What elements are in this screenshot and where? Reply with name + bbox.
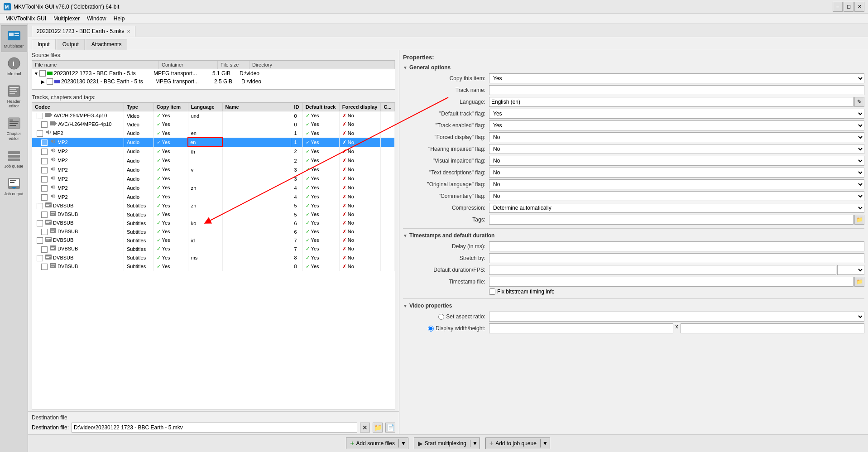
prop-value-visual: NoYes xyxy=(489,156,864,166)
start-mux-left[interactable]: ▶ Start multiplexing xyxy=(414,440,470,447)
original-language-select[interactable]: NoYes xyxy=(489,179,864,189)
track-row[interactable]: MP2 Audio ✓ Yes en 1 ✓ Yes ✗ No xyxy=(32,129,395,138)
track-row[interactable]: DVBSUB Subtitles ✓ Yes ms 8 ✓ Yes ✗ No xyxy=(32,254,395,262)
language-input[interactable] xyxy=(489,97,854,107)
col-directory: Directory xyxy=(249,61,395,69)
menu-help[interactable]: Help xyxy=(110,14,129,23)
prop-commentary: "Commentary" flag: NoYes xyxy=(403,191,864,201)
duration-input[interactable] xyxy=(489,265,836,275)
track-type: Audio xyxy=(124,156,153,165)
tags-input[interactable] xyxy=(489,215,854,225)
default-track-select[interactable]: YesNo xyxy=(489,109,864,119)
track-row[interactable]: MP2 Audio ✓ Yes en 1 ✓ Yes ✗ No xyxy=(32,138,395,147)
delay-input[interactable] xyxy=(489,241,864,251)
dest-clear-button[interactable]: ✕ xyxy=(360,423,370,433)
tags-browse-button[interactable]: 📁 xyxy=(854,215,864,225)
main-tab[interactable]: 20230122 1723 - BBC Earth - 5.mkv ✕ xyxy=(32,26,135,37)
tracks-table-wrapper[interactable]: Codec Type Copy item Language Name ID De… xyxy=(32,102,395,409)
track-row[interactable]: DVBSUB Subtitles ✓ Yes 7 ✓ Yes ✗ No xyxy=(32,245,395,253)
track-row[interactable]: AVC/H.264/MPEG-4p10 Video ✓ Yes und 0 ✓ … xyxy=(32,111,395,120)
properties-title: Properties: xyxy=(403,54,864,61)
track-id: 4 xyxy=(291,192,302,202)
copy-item-select[interactable]: YesNo xyxy=(489,73,864,83)
track-codec: AVC/H.264/MPEG-4p10 xyxy=(32,120,124,129)
track-row[interactable]: DVBSUB Subtitles ✓ Yes 8 ✓ Yes ✗ No xyxy=(32,262,395,271)
checkbox-icon-1[interactable] xyxy=(39,70,46,77)
general-options-section[interactable]: ▼ General options xyxy=(403,64,864,71)
destination-input[interactable] xyxy=(72,423,357,433)
track-row[interactable]: MP2 Audio ✓ Yes zh 4 ✓ Yes ✗ No xyxy=(32,183,395,192)
commentary-select[interactable]: NoYes xyxy=(489,191,864,201)
checkbox-icon-2[interactable] xyxy=(47,78,53,85)
stretch-input[interactable] xyxy=(489,253,864,263)
track-row[interactable]: DVBSUB Subtitles ✓ Yes 6 ✓ Yes ✗ No xyxy=(32,227,395,236)
sidebar-item-header-editor[interactable]: Header editor xyxy=(1,81,27,112)
track-row[interactable]: MP2 Audio ✓ Yes 2 ✓ Yes ✗ No xyxy=(32,156,395,165)
track-row[interactable]: DVBSUB Subtitles ✓ Yes 5 ✓ Yes ✗ No xyxy=(32,210,395,219)
restore-button[interactable]: ◻ xyxy=(844,2,854,12)
track-name-input[interactable] xyxy=(489,85,864,95)
fix-bitstream-checkbox[interactable] xyxy=(489,289,495,295)
add-job-button[interactable]: + Add to job queue ▼ xyxy=(485,438,550,449)
dest-browse-button[interactable]: 📁 xyxy=(373,423,383,433)
track-more xyxy=(381,111,395,120)
close-button[interactable]: ✕ xyxy=(854,2,864,12)
sidebar-item-multiplexer[interactable]: Multiplexer xyxy=(1,25,27,52)
sidebar-item-info-tool[interactable]: i Info tool xyxy=(1,53,27,80)
menu-multiplexer[interactable]: Multiplexer xyxy=(50,14,83,23)
timestamp-browse-button[interactable]: 📁 xyxy=(854,277,864,287)
track-id: 3 xyxy=(291,165,302,174)
display-dimensions-radio[interactable] xyxy=(428,326,434,332)
track-row[interactable]: DVBSUB Subtitles ✓ Yes id 7 ✓ Yes ✗ No xyxy=(32,236,395,245)
minimize-button[interactable]: − xyxy=(833,2,843,12)
aspect-ratio-radio[interactable] xyxy=(438,314,444,320)
start-mux-arrow[interactable]: ▼ xyxy=(470,440,480,447)
track-row[interactable]: AVC/H.264/MPEG-4p10 Video ✓ Yes 0 ✓ Yes … xyxy=(32,120,395,129)
track-forced: ✗ No xyxy=(339,165,381,174)
track-row[interactable]: MP2 Audio ✓ Yes th 2 ✓ Yes ✗ No xyxy=(32,147,395,156)
timestamps-section[interactable]: ▼ Timestamps and default duration xyxy=(403,232,864,239)
svg-rect-9 xyxy=(10,87,19,88)
sidebar-item-job-output[interactable]: Job output xyxy=(1,173,27,200)
container-1: MPEG transport... xyxy=(153,70,212,77)
compression-select[interactable]: Determine automaticallyNonezlib xyxy=(489,203,864,213)
track-row[interactable]: MP2 Audio ✓ Yes 4 ✓ Yes ✗ No xyxy=(32,192,395,202)
add-source-button[interactable]: + Add source files ▼ xyxy=(346,438,408,449)
aspect-ratio-select[interactable] xyxy=(489,312,864,322)
add-job-left[interactable]: + Add to job queue xyxy=(486,439,541,447)
text-descriptions-select[interactable]: NoYes xyxy=(489,168,864,178)
width-input[interactable] xyxy=(489,323,673,333)
track-row[interactable]: MP2 Audio ✓ Yes 3 ✓ Yes ✗ No xyxy=(32,174,395,183)
track-row[interactable]: MP2 Audio ✓ Yes vi 3 ✓ Yes ✗ No xyxy=(32,165,395,174)
timestamp-input[interactable] xyxy=(489,277,854,287)
track-row[interactable]: DVBSUB Subtitles ✓ Yes ko 6 ✓ Yes ✗ No xyxy=(32,219,395,227)
tab-close-button[interactable]: ✕ xyxy=(127,29,130,34)
tab-attachments[interactable]: Attachments xyxy=(86,39,128,50)
add-job-arrow[interactable]: ▼ xyxy=(541,440,550,447)
visual-impaired-select[interactable]: NoYes xyxy=(489,156,864,166)
track-id: 0 xyxy=(291,120,302,129)
file-row-2[interactable]: ▶ 20230130 0231 - BBC Earth - 5.ts MPEG … xyxy=(32,77,395,86)
hearing-impaired-select[interactable]: NoYes xyxy=(489,144,864,154)
tab-output[interactable]: Output xyxy=(57,39,85,50)
video-section[interactable]: ▼ Video properties xyxy=(403,303,864,309)
duration-select[interactable] xyxy=(837,265,864,275)
dest-folder-button[interactable]: 📄 xyxy=(385,423,395,433)
track-enabled-select[interactable]: YesNo xyxy=(489,120,864,130)
add-source-left[interactable]: + Add source files xyxy=(346,439,399,447)
track-row[interactable]: DVBSUB Subtitles ✓ Yes zh 5 ✓ Yes ✗ No xyxy=(32,202,395,210)
menu-mkvtoolnix[interactable]: MKVToolNix GUI xyxy=(2,14,50,23)
tab-input[interactable]: Input xyxy=(32,39,56,50)
forced-display-select[interactable]: NoYes xyxy=(489,132,864,142)
language-edit-button[interactable]: ✎ xyxy=(854,97,864,107)
track-default: ✓ Yes xyxy=(302,174,339,183)
add-source-arrow[interactable]: ▼ xyxy=(399,440,408,447)
track-forced: ✗ No xyxy=(339,138,381,147)
file-row-1[interactable]: ▼ 20230122 1723 - BBC Earth - 5.ts MPEG … xyxy=(32,69,395,77)
start-mux-button[interactable]: ▶ Start multiplexing ▼ xyxy=(414,438,480,449)
sidebar-item-job-queue[interactable]: Job queue xyxy=(1,145,27,172)
height-input[interactable] xyxy=(681,323,865,333)
menu-window[interactable]: Window xyxy=(83,14,110,23)
sidebar-item-chapter-editor[interactable]: Chapter editor xyxy=(1,113,27,144)
track-more xyxy=(381,120,395,129)
